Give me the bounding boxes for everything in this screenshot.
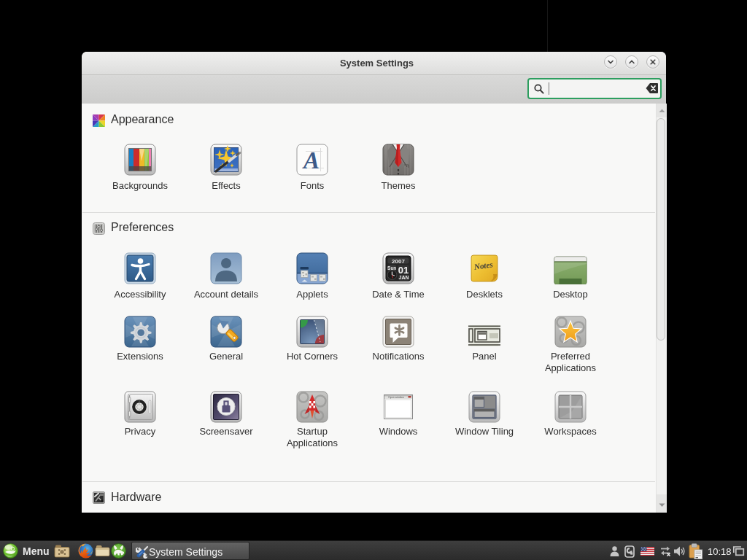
svg-text:01: 01	[398, 265, 409, 276]
svg-text:Sun: Sun	[387, 265, 396, 271]
svg-text:2007: 2007	[392, 258, 405, 265]
svg-text:JAN: JAN	[398, 275, 409, 280]
svg-text:A: A	[302, 147, 320, 174]
svg-text:Open window: Open window	[388, 396, 404, 399]
